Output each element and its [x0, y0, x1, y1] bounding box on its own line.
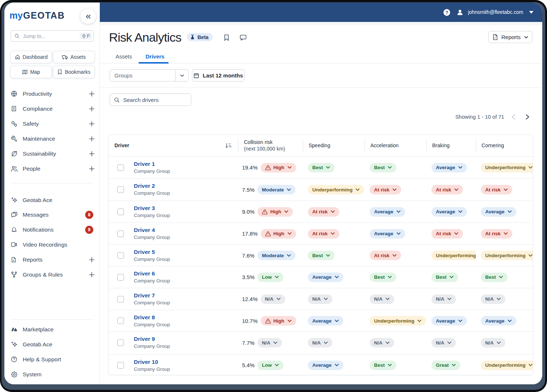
svg-text:?: ?: [445, 9, 448, 15]
